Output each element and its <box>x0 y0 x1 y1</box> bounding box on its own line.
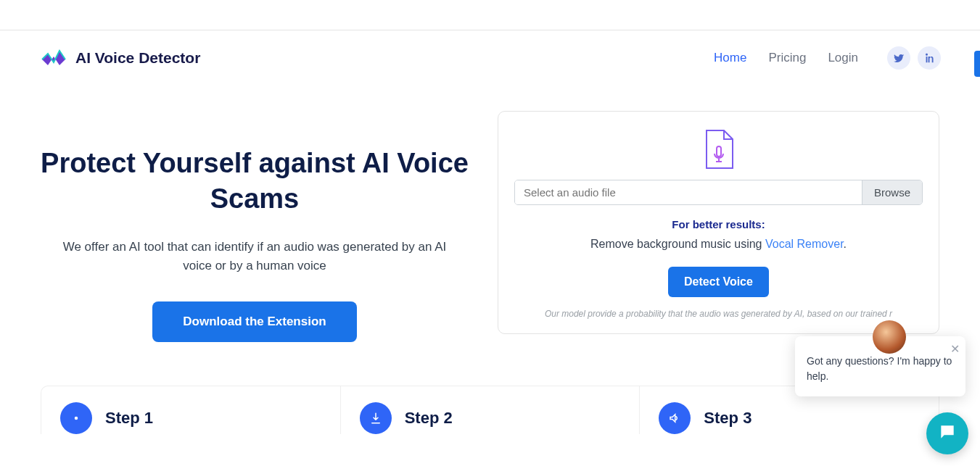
hero-subtitle: We offer an AI tool that can identify if… <box>59 238 450 276</box>
side-feedback-tab[interactable] <box>974 51 980 77</box>
hero-title: Protect Yourself against AI Voice Scams <box>41 146 469 217</box>
close-icon: ✕ <box>950 343 960 355</box>
file-select-row: Browse <box>514 180 923 205</box>
chat-launcher-button[interactable] <box>926 412 968 454</box>
better-results-label: For better results: <box>514 218 923 230</box>
upload-card: Browse For better results: Remove backgr… <box>498 111 939 334</box>
step-3-icon <box>659 402 691 434</box>
upload-panel: Browse For better results: Remove backgr… <box>498 111 939 342</box>
audio-file-input[interactable] <box>515 180 862 204</box>
brand-name: AI Voice Detector <box>75 49 200 67</box>
hero-section: Protect Yourself against AI Voice Scams … <box>41 111 469 342</box>
chat-message: Got any questions? I'm happy to help. <box>807 354 954 385</box>
step-2-icon <box>360 402 392 434</box>
chat-icon <box>938 423 957 444</box>
top-spacer <box>0 0 980 30</box>
step-1: Step 1 <box>41 386 341 434</box>
better-results-prefix: Remove background music using <box>590 238 765 250</box>
better-results-suffix: . <box>844 238 847 250</box>
browse-button[interactable]: Browse <box>862 180 922 204</box>
nav-home[interactable]: Home <box>714 51 746 65</box>
chat-avatar <box>873 320 906 354</box>
social-links <box>887 46 941 70</box>
better-results-text: Remove background music using Vocal Remo… <box>514 238 923 251</box>
site-header: AI Voice Detector Home Pricing Login <box>0 30 980 86</box>
svg-point-1 <box>75 417 78 420</box>
audio-file-icon <box>704 129 734 170</box>
step-2: Step 2 <box>341 386 641 434</box>
brand[interactable]: AI Voice Detector <box>39 43 200 72</box>
step-1-icon <box>60 402 92 434</box>
model-disclaimer: Our model provide a probability that the… <box>514 309 923 319</box>
twitter-icon[interactable] <box>887 46 910 70</box>
detect-voice-button[interactable]: Detect Voice <box>668 267 769 297</box>
step-3-label: Step 3 <box>704 409 752 428</box>
linkedin-icon[interactable] <box>918 46 941 70</box>
brand-logo-icon <box>39 43 68 72</box>
svg-rect-0 <box>717 146 721 157</box>
nav-pricing[interactable]: Pricing <box>768 51 806 65</box>
main-content: Protect Yourself against AI Voice Scams … <box>0 86 980 342</box>
step-2-label: Step 2 <box>405 409 453 428</box>
chat-popup: ✕ Got any questions? I'm happy to help. <box>795 336 965 396</box>
download-extension-button[interactable]: Download the Extension <box>152 301 356 342</box>
main-nav: Home Pricing Login <box>714 46 941 70</box>
vocal-remover-link[interactable]: Vocal Remover <box>765 238 844 250</box>
step-1-label: Step 1 <box>105 409 153 428</box>
nav-login[interactable]: Login <box>828 51 858 65</box>
chat-close-button[interactable]: ✕ <box>950 342 960 356</box>
